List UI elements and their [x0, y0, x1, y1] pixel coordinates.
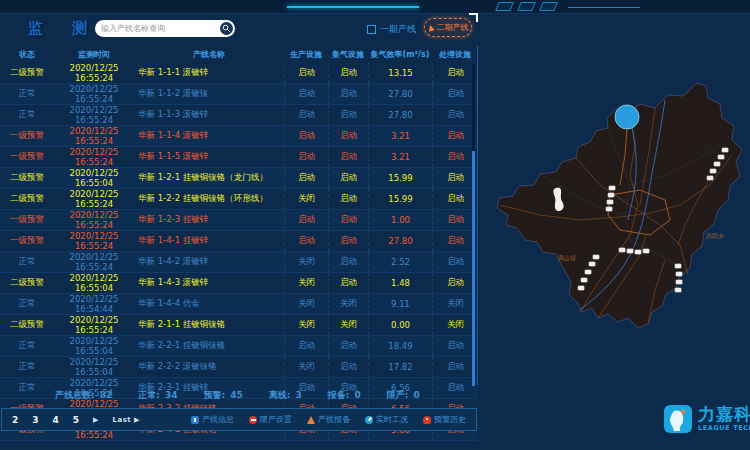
factory-marker[interactable] — [578, 286, 585, 291]
table-row[interactable]: 一级预警2020/12/25 16:55:24华新 1-1-5 滚镀锌启动启动3… — [0, 147, 478, 168]
search-icon[interactable] — [220, 22, 233, 35]
cell-prod: 关闭 — [284, 294, 328, 314]
cell-gas: 启动 — [328, 336, 368, 356]
cell-name: 华新 1-2-2 挂镀铜镍铬（环形线） — [134, 193, 284, 205]
cell-eff: 2.52 — [368, 252, 432, 272]
page-number-3[interactable]: 3 — [32, 415, 38, 425]
top-accent-line-2 — [568, 7, 640, 8]
cell-gas: 启动 — [328, 126, 368, 146]
factory-marker[interactable] — [722, 148, 729, 153]
search-box[interactable] — [95, 20, 235, 37]
factory-marker[interactable] — [676, 280, 683, 285]
cell-eff: 27.80 — [368, 105, 432, 125]
cell-status: 二级预警 — [0, 67, 54, 79]
factory-marker[interactable] — [718, 155, 725, 160]
factory-marker[interactable] — [676, 272, 683, 277]
map-place-label: 西阳乡 — [706, 232, 724, 240]
factory-marker[interactable] — [606, 207, 613, 212]
table-row[interactable]: 正常2020/12/25 16:54:44华新 1-4-4 仿金关闭关闭9.11… — [0, 294, 478, 315]
table-scrollbar[interactable] — [472, 63, 475, 385]
table-row[interactable]: 正常2020/12/25 16:55:24华新 1-1-3 滚镀锌启动启动27.… — [0, 105, 478, 126]
factory-marker[interactable] — [607, 200, 614, 205]
factory-marker[interactable] — [585, 270, 592, 275]
table-row[interactable]: 正常2020/12/25 16:55:04华新 2-2-1 挂镀铜镍铬启动启动1… — [0, 336, 478, 357]
cell-time: 2020/12/25 16:55:24 — [54, 84, 134, 104]
cell-name: 华新 2-1-1 挂镀铜镍铬 — [134, 319, 284, 331]
cell-time: 2020/12/25 16:55:24 — [54, 63, 134, 83]
factory-marker[interactable] — [675, 264, 682, 269]
factory-marker[interactable] — [675, 288, 682, 293]
factory-marker[interactable] — [643, 249, 650, 254]
table-row[interactable]: 二级预警2020/12/25 16:55:24华新 1-1-1 滚镀锌启动启动1… — [0, 63, 478, 84]
factory-marker[interactable] — [608, 193, 615, 198]
table-row[interactable]: 二级预警2020/12/25 16:55:24华新 2-1-1 挂镀铜镍铬关闭关… — [0, 315, 478, 336]
line-info-icon — [191, 416, 199, 424]
cell-name: 华新 1-1-5 滚镀锌 — [134, 151, 284, 163]
table-row[interactable]: 二级预警2020/12/25 16:55:04华新 1-2-1 挂镀铜镍铬（龙门… — [0, 168, 478, 189]
logo-en-text: LEAGUE TECH — [698, 425, 750, 432]
legend-item-line-info[interactable]: 产线信息 — [191, 414, 234, 425]
table-row[interactable]: 正常2020/12/25 16:55:04华新 2-2-2 滚镀镍铬关闭启动17… — [0, 357, 478, 378]
next-page-icon[interactable]: ▶ — [93, 416, 98, 424]
logo-cn-text: 力嘉科技 — [698, 406, 750, 423]
legend-item-limit-setting[interactable]: 限产设置 — [249, 414, 292, 425]
factory-marker[interactable] — [707, 176, 714, 181]
top-accent-line — [287, 6, 419, 8]
cell-gas: 启动 — [328, 105, 368, 125]
table-row[interactable]: 一级预警2020/12/25 16:55:24华新 1-4-1 挂镀锌启动启动2… — [0, 231, 478, 252]
cell-prod: 关闭 — [284, 189, 328, 209]
table-row[interactable]: 一级预警2020/12/25 16:55:24华新 1-2-3 挂镀锌启动启动1… — [0, 210, 478, 231]
cell-prod: 关闭 — [284, 273, 328, 293]
cell-prod: 关闭 — [284, 315, 328, 335]
cell-status: 正常 — [0, 298, 54, 310]
cell-eff: 17.82 — [368, 357, 432, 377]
scrollbar-thumb[interactable] — [472, 151, 475, 386]
table-row[interactable]: 正常2020/12/25 16:55:24华新 1-4-2 滚镀锌关闭启动2.5… — [0, 252, 478, 273]
legend-item-line-report[interactable]: 产线报备 — [307, 414, 350, 425]
table-row[interactable]: 二级预警2020/12/25 16:55:24华新 1-2-2 挂镀铜镍铬（环形… — [0, 189, 478, 210]
column-header-time: 监测时间 — [54, 49, 134, 60]
region-map[interactable]: 两山镇西阳乡 — [480, 55, 750, 345]
cell-status: 二级预警 — [0, 277, 54, 289]
cell-gas: 启动 — [328, 189, 368, 209]
page-number-5[interactable]: 5 — [73, 415, 79, 425]
summary-item: 报备: 0 — [328, 389, 361, 402]
table-row[interactable]: 正常2020/12/25 16:55:24华新 1-1-2 滚镀镍启动启动27.… — [0, 84, 478, 105]
factory-marker[interactable] — [589, 262, 596, 267]
factory-marker[interactable] — [635, 250, 642, 255]
phase1-checkbox[interactable] — [367, 25, 376, 34]
legend-item-alarm-history[interactable]: 预警历史 — [423, 414, 466, 425]
search-input[interactable] — [95, 24, 220, 33]
factory-marker[interactable] — [593, 255, 600, 259]
device-location-marker[interactable] — [615, 105, 639, 129]
cell-prod: 启动 — [284, 147, 328, 167]
factory-marker[interactable] — [609, 186, 616, 191]
cell-eff: 9.11 — [368, 294, 432, 314]
cell-time: 2020/12/25 16:55:24 — [54, 105, 134, 125]
cell-time: 2020/12/25 16:55:04 — [54, 357, 134, 377]
cell-name: 华新 1-1-1 滚镀锌 — [134, 67, 284, 79]
limit-setting-icon — [249, 416, 257, 424]
cell-eff: 15.99 — [368, 168, 432, 188]
legend-bar: 产线信息限产设置产线报备实时工况预警历史 — [191, 414, 476, 425]
table-row[interactable]: 一级预警2020/12/25 16:55:24华新 1-1-4 滚镀锌启动启动3… — [0, 126, 478, 147]
cell-eff: 18.49 — [368, 336, 432, 356]
summary-item: 产线总数: 82 — [55, 389, 112, 402]
page-number-4[interactable]: 4 — [53, 415, 59, 425]
factory-marker[interactable] — [627, 249, 634, 254]
cell-gas: 启动 — [328, 63, 368, 83]
last-page-button[interactable]: Last ▶ — [112, 416, 140, 424]
cell-name: 华新 1-2-3 挂镀锌 — [134, 214, 284, 226]
legend-item-realtime-status[interactable]: 实时工况 — [365, 414, 408, 425]
cell-time: 2020/12/25 16:55:24 — [54, 126, 134, 146]
phase1-line-toggle[interactable]: 一期产线 — [367, 23, 416, 36]
phase2-line-button[interactable]: 二期产线 — [424, 18, 472, 37]
table-row[interactable]: 二级预警2020/12/25 16:55:04华新 1-4-3 滚镀锌关闭启动1… — [0, 273, 478, 294]
factory-marker[interactable] — [714, 162, 721, 167]
factory-marker[interactable] — [619, 248, 626, 253]
page-number-2[interactable]: 2 — [12, 415, 18, 425]
cell-gas: 启动 — [328, 252, 368, 272]
cell-status: 二级预警 — [0, 319, 54, 331]
factory-marker[interactable] — [581, 278, 588, 283]
factory-marker[interactable] — [710, 169, 717, 174]
